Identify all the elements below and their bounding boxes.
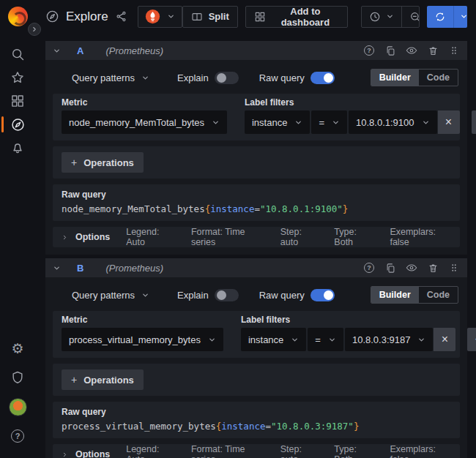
query-body-a: Query patterns Explain Raw query Builder…: [45, 60, 467, 255]
code-mode-button[interactable]: Code: [419, 287, 458, 303]
filter-value-select[interactable]: 10.8.0.3:9187: [345, 328, 434, 351]
option-type: Type: Both: [334, 444, 373, 458]
builder-mode-button[interactable]: Builder: [371, 287, 419, 303]
query-ref-id: A: [77, 45, 83, 56]
raw-query-toggle[interactable]: [310, 72, 335, 84]
sidebar-item-alerting[interactable]: [0, 136, 35, 159]
option-step: Step: auto: [280, 444, 319, 458]
raw-query-title: Raw query: [62, 407, 451, 417]
page-title: Explore: [66, 10, 108, 24]
code-mode-button[interactable]: Code: [419, 70, 458, 86]
options-collapse-toggle[interactable]: Options: [62, 232, 110, 242]
metric-select[interactable]: node_memory_MemTotal_bytes: [62, 110, 227, 134]
duplicate-query-icon[interactable]: [384, 45, 396, 56]
plus-icon: +: [71, 374, 77, 386]
explain-toggle-group: Explain: [177, 72, 239, 84]
collapse-query-button[interactable]: [53, 264, 61, 272]
sidebar-expand-button[interactable]: [28, 23, 41, 36]
option-legend: Legend: Auto: [126, 227, 175, 247]
query-patterns-dropdown[interactable]: Query patterns: [72, 72, 149, 83]
query-header-b: B (Prometheus) ?: [45, 258, 467, 277]
label-filters-field: Label filters instance = 10.8.: [245, 97, 476, 134]
clock-icon: [369, 11, 381, 23]
zoom-out-time-button[interactable]: [401, 7, 420, 27]
sidebar-item-search[interactable]: [0, 42, 35, 66]
query-datasource-name: (Prometheus): [105, 45, 163, 56]
add-filter-button[interactable]: +: [467, 328, 476, 351]
run-query-button[interactable]: [427, 6, 467, 28]
sidebar-item-profile[interactable]: [0, 392, 35, 421]
sidebar-item-help[interactable]: ?: [0, 421, 35, 451]
chevron-down-icon: [386, 12, 394, 20]
drag-handle-icon[interactable]: [448, 262, 460, 274]
option-step: Step: auto: [280, 227, 319, 247]
filter-value-select[interactable]: 10.8.0.1:9100: [349, 110, 437, 134]
label-filters-field: Label filters instance = 10.8.: [241, 315, 476, 351]
time-picker-button[interactable]: [362, 7, 401, 27]
query-patterns-dropdown[interactable]: Query patterns: [72, 290, 149, 301]
prometheus-icon: [145, 9, 160, 24]
sidebar-item-server-admin[interactable]: [0, 363, 35, 392]
query-options-row: Options Legend: Auto Format: Time series…: [53, 227, 460, 247]
option-legend: Legend: Auto: [126, 444, 175, 458]
sidebar-item-starred[interactable]: [0, 66, 35, 89]
remove-filter-button[interactable]: ×: [438, 110, 460, 134]
hide-query-icon[interactable]: [406, 45, 417, 56]
raw-query-expression: process_virtual_memory_bytes{instance="1…: [62, 421, 451, 432]
explore-content: A (Prometheus) ? Query patterns: [35, 33, 476, 458]
run-query-dropdown[interactable]: [453, 6, 467, 28]
sidebar-item-dashboards[interactable]: [0, 89, 35, 113]
filter-label-select[interactable]: instance: [245, 110, 310, 134]
add-operation-button[interactable]: + Operations: [62, 369, 144, 390]
option-exemplars: Exemplars: false: [390, 227, 451, 247]
query-help-icon[interactable]: ?: [363, 262, 375, 274]
query-actions: ?: [363, 45, 460, 56]
query-help-icon[interactable]: ?: [363, 45, 375, 56]
add-filter-button[interactable]: +: [472, 110, 476, 134]
hide-query-icon[interactable]: [406, 262, 417, 274]
metric-field: Metric node_memory_MemTotal_bytes: [62, 97, 227, 134]
metric-field-label: Metric: [62, 97, 227, 108]
metric-filters-box: Metric process_virtual_memory_bytes Labe…: [53, 311, 460, 358]
refresh-icon: [427, 6, 453, 28]
add-operation-button[interactable]: + Operations: [62, 152, 144, 173]
operations-box: + Operations: [53, 364, 460, 396]
options-collapse-toggle[interactable]: Options: [62, 449, 110, 458]
duplicate-query-icon[interactable]: [384, 262, 396, 274]
explain-toggle[interactable]: [215, 72, 239, 84]
query-toolbar: Query patterns Explain Raw query Builder…: [72, 283, 458, 307]
explain-toggle[interactable]: [215, 289, 239, 301]
sidebar-item-configuration[interactable]: ⚙: [0, 334, 35, 363]
metric-select[interactable]: process_virtual_memory_bytes: [62, 328, 223, 351]
query-toolbar: Query patterns Explain Raw query Builder…: [72, 66, 458, 89]
grafana-logo[interactable]: [8, 7, 28, 26]
remove-filter-button[interactable]: ×: [434, 328, 455, 351]
raw-query-box: Raw query node_memory_MemTotal_bytes{ins…: [53, 184, 460, 221]
datasource-picker[interactable]: [138, 6, 182, 28]
collapse-query-button[interactable]: [53, 47, 61, 55]
drag-handle-icon[interactable]: [448, 45, 460, 56]
remove-query-icon[interactable]: [427, 262, 439, 274]
metric-filters-box: Metric node_memory_MemTotal_bytes Label …: [53, 94, 460, 140]
sidebar: ⚙ ?: [0, 0, 35, 458]
raw-query-box: Raw query process_virtual_memory_bytes{i…: [53, 402, 460, 438]
raw-query-toggle-group: Raw query: [259, 72, 335, 84]
filter-operator-select[interactable]: =: [308, 328, 343, 351]
query-options-row: Options Legend: Auto Format: Time series…: [53, 444, 460, 458]
compass-icon: [10, 117, 26, 132]
filter-label-select[interactable]: instance: [241, 328, 306, 351]
user-avatar: [9, 398, 27, 416]
filter-operator-select[interactable]: =: [311, 110, 347, 134]
option-format: Format: Time series: [191, 444, 264, 458]
share-icon[interactable]: [115, 10, 127, 23]
label-filters-label: Label filters: [245, 97, 476, 108]
metric-field: Metric process_virtual_memory_bytes: [62, 315, 223, 351]
add-to-dashboard-button[interactable]: Add to dashboard: [245, 6, 348, 28]
builder-mode-button[interactable]: Builder: [371, 70, 419, 86]
remove-query-icon[interactable]: [427, 45, 439, 56]
raw-query-toggle[interactable]: [310, 289, 335, 301]
split-button[interactable]: Split: [182, 6, 238, 28]
topbar-actions: Split Add to dashboard: [182, 6, 467, 28]
query-actions: ?: [363, 262, 460, 274]
sidebar-item-explore[interactable]: [0, 113, 35, 136]
